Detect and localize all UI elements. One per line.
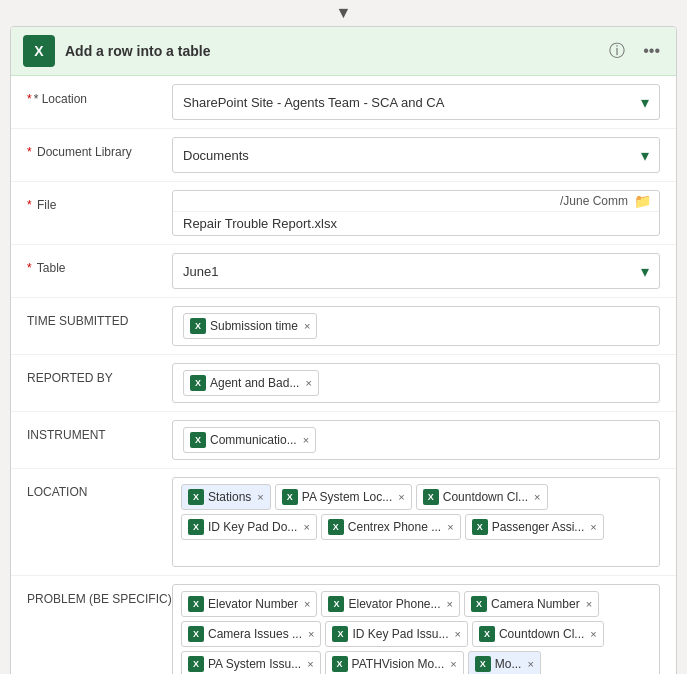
- action-card: X Add a row into a table ⓘ ••• ** Locati…: [10, 26, 677, 674]
- tag-centrex-phone-1: X Centrex Phone ... ×: [321, 514, 461, 540]
- doc-library-label: * Document Library: [27, 137, 172, 159]
- location-label: ** Location: [27, 84, 172, 106]
- tag-close-button[interactable]: ×: [304, 599, 310, 610]
- tag-agent: X Agent and Bad... ×: [183, 370, 319, 396]
- tag-label: Elevator Number: [208, 597, 298, 611]
- card-header: X Add a row into a table ⓘ •••: [11, 27, 676, 76]
- reported-by-label: REPORTED BY: [27, 363, 172, 385]
- tag-label: ID Key Pad Issu...: [352, 627, 448, 641]
- time-submitted-row: TIME SUBMITTED X Submission time ×: [11, 298, 676, 355]
- table-value: June1: [183, 264, 218, 279]
- header-actions: ⓘ •••: [605, 39, 664, 64]
- excel-tag-icon: X: [332, 656, 348, 672]
- tag-close-button[interactable]: ×: [590, 522, 596, 533]
- problem-row: PROBLEM (BE SPECIFIC) X Elevator Number …: [11, 576, 676, 674]
- tag-close-button[interactable]: ×: [527, 659, 533, 670]
- tag-close-button[interactable]: ×: [308, 629, 314, 640]
- tag-close-button[interactable]: ×: [455, 629, 461, 640]
- doc-library-chevron-icon: ▾: [641, 146, 649, 165]
- excel-tag-icon: X: [472, 519, 488, 535]
- tag-id-key-pad-do: X ID Key Pad Do... ×: [181, 514, 317, 540]
- tag-close-button[interactable]: ×: [257, 492, 263, 503]
- excel-tag-icon: X: [471, 596, 487, 612]
- reported-by-row: REPORTED BY X Agent and Bad... ×: [11, 355, 676, 412]
- location-tags-field[interactable]: X Stations × X PA System Loc... × X Coun…: [172, 477, 660, 567]
- tag-label: Passenger Assi...: [492, 520, 585, 534]
- location-chevron-icon: ▾: [641, 93, 649, 112]
- more-button[interactable]: •••: [639, 40, 664, 62]
- table-dropdown[interactable]: June1 ▾: [172, 253, 660, 289]
- location-row: ** Location SharePoint Site - Agents Tea…: [11, 76, 676, 129]
- tag-label: Stations: [208, 490, 251, 504]
- file-label: * File: [27, 190, 172, 212]
- table-chevron-icon: ▾: [641, 262, 649, 281]
- tag-label: Agent and Bad...: [210, 376, 299, 390]
- tag-label: Countdown Cl...: [443, 490, 528, 504]
- excel-icon: X: [23, 35, 55, 67]
- tag-stations: X Stations ×: [181, 484, 271, 510]
- excel-tag-icon: X: [328, 596, 344, 612]
- table-row: * Table June1 ▾: [11, 245, 676, 298]
- tag-label: Countdown Cl...: [499, 627, 584, 641]
- tag-label: Camera Issues ...: [208, 627, 302, 641]
- excel-tag-icon: X: [188, 596, 204, 612]
- excel-tag-icon: X: [190, 318, 206, 334]
- reported-by-field[interactable]: X Agent and Bad... ×: [172, 363, 660, 403]
- tag-close-button[interactable]: ×: [590, 629, 596, 640]
- file-path-area: /June Comm 📁: [173, 191, 659, 212]
- card-body: ** Location SharePoint Site - Agents Tea…: [11, 76, 676, 674]
- tag-close-button[interactable]: ×: [586, 599, 592, 610]
- location-field-row: LOCATION X Stations × X PA System Loc...…: [11, 469, 676, 576]
- tag-label: Elevator Phone...: [348, 597, 440, 611]
- excel-tag-icon: X: [282, 489, 298, 505]
- time-submitted-field[interactable]: X Submission time ×: [172, 306, 660, 346]
- location-dropdown[interactable]: SharePoint Site - Agents Team - SCA and …: [172, 84, 660, 120]
- tag-close-button[interactable]: ×: [447, 522, 453, 533]
- tag-label: PA System Issu...: [208, 657, 301, 671]
- tag-close-button[interactable]: ×: [307, 659, 313, 670]
- card-title: Add a row into a table: [65, 43, 595, 59]
- tag-close-button[interactable]: ×: [305, 378, 311, 389]
- tag-label: PA System Loc...: [302, 490, 392, 504]
- tag-close-button[interactable]: ×: [447, 599, 453, 610]
- tag-elevator-number: X Elevator Number ×: [181, 591, 317, 617]
- file-name: Repair Trouble Report.xlsx: [173, 212, 659, 235]
- excel-tag-icon: X: [423, 489, 439, 505]
- tag-communication: X Communicatio... ×: [183, 427, 316, 453]
- excel-tag-icon: X: [479, 626, 495, 642]
- excel-tag-icon: X: [188, 656, 204, 672]
- doc-library-value: Documents: [183, 148, 249, 163]
- tag-close-button[interactable]: ×: [303, 435, 309, 446]
- tag-pa-system-loc: X PA System Loc... ×: [275, 484, 412, 510]
- tag-close-button[interactable]: ×: [534, 492, 540, 503]
- tag-label: PATHVision Mo...: [352, 657, 445, 671]
- table-label: * Table: [27, 253, 172, 275]
- location-value: SharePoint Site - Agents Team - SCA and …: [183, 95, 444, 110]
- tag-submission-time: X Submission time ×: [183, 313, 317, 339]
- problem-label: PROBLEM (BE SPECIFIC): [27, 584, 172, 606]
- excel-tag-icon: X: [328, 519, 344, 535]
- doc-library-dropdown[interactable]: Documents ▾: [172, 137, 660, 173]
- tag-camera-issues: X Camera Issues ... ×: [181, 621, 321, 647]
- location-field-label: LOCATION: [27, 477, 172, 499]
- instrument-row: INSTRUMENT X Communicatio... ×: [11, 412, 676, 469]
- file-field[interactable]: /June Comm 📁 Repair Trouble Report.xlsx: [172, 190, 660, 236]
- tag-close-button[interactable]: ×: [450, 659, 456, 670]
- problem-tags-field[interactable]: X Elevator Number × X Elevator Phone... …: [172, 584, 660, 674]
- tag-camera-number: X Camera Number ×: [464, 591, 599, 617]
- tag-close-button[interactable]: ×: [398, 492, 404, 503]
- tag-id-key-pad-issu: X ID Key Pad Issu... ×: [325, 621, 467, 647]
- excel-letter: X: [34, 43, 43, 59]
- instrument-field[interactable]: X Communicatio... ×: [172, 420, 660, 460]
- tag-close-button[interactable]: ×: [304, 321, 310, 332]
- tag-close-button[interactable]: ×: [303, 522, 309, 533]
- tag-pa-system-issu: X PA System Issu... ×: [181, 651, 321, 674]
- tag-pathvision-mo: X PATHVision Mo... ×: [325, 651, 464, 674]
- connector-arrow: ▼: [0, 0, 687, 26]
- tag-label: Centrex Phone ...: [348, 520, 441, 534]
- excel-tag-icon: X: [188, 489, 204, 505]
- tag-label: Camera Number: [491, 597, 580, 611]
- tag-label: Mo...: [495, 657, 522, 671]
- tag-passenger-assi-1: X Passenger Assi... ×: [465, 514, 604, 540]
- help-button[interactable]: ⓘ: [605, 39, 629, 64]
